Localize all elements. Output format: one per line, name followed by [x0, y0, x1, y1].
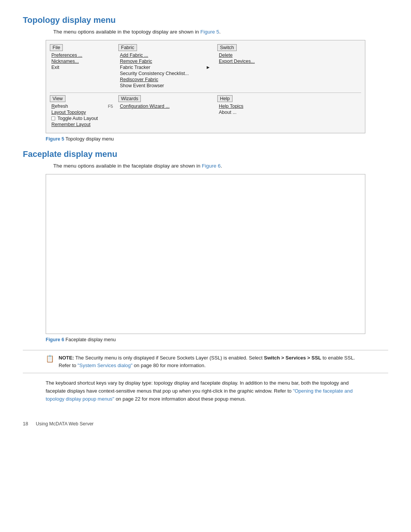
fabric-tracker-label: Fabric Tracker: [120, 65, 150, 70]
faceplate-intro-text: The menu options available in the facepl…: [53, 163, 201, 169]
help-topics[interactable]: Help Topics: [217, 103, 274, 109]
note-link[interactable]: "System Services dialog": [78, 363, 132, 368]
topology-figure-caption-text: Topology display menu: [65, 136, 114, 142]
menu-top-row: File Preferences ... Nicknames... Exit F…: [50, 44, 361, 89]
topology-intro: The menu options available in the topolo…: [53, 29, 388, 35]
faceplate-figure-caption: Figure 6 Faceplate display menu: [46, 337, 388, 342]
faceplate-diagram-box: [46, 174, 365, 334]
file-exit[interactable]: Exit: [50, 64, 115, 70]
topology-section-heading: Topology display menu: [23, 15, 388, 25]
fabric-tracker[interactable]: Fabric Tracker ►: [118, 64, 213, 70]
view-layout-topology[interactable]: Layout Topology: [50, 109, 115, 115]
wizards-menu-header: Wizards: [118, 95, 141, 102]
fabric-add[interactable]: Add Fabric ...: [118, 52, 213, 58]
wizards-config[interactable]: Configuration Wizard ...: [118, 103, 213, 109]
note-text3: on page 80 for more information.: [134, 363, 206, 368]
topology-menu-diagram: File Preferences ... Nicknames... Exit F…: [46, 40, 365, 133]
footer-text: Using McDATA Web Server: [36, 421, 94, 427]
note-text1: The Security menu is only displayed if S…: [75, 355, 264, 361]
file-menu-header: File: [50, 44, 63, 51]
view-remember-layout[interactable]: Remember Layout: [50, 121, 115, 128]
page-number: 18: [23, 421, 28, 427]
body-text2: on page 22 for more information about th…: [116, 396, 246, 402]
view-refresh-label: Refresh: [51, 104, 68, 109]
faceplate-intro: The menu options available in the facepl…: [53, 163, 388, 169]
fabric-show-event[interactable]: Show Event Browser: [118, 83, 213, 89]
fabric-menu-header: Fabric: [118, 44, 137, 51]
switch-delete[interactable]: Delete: [217, 52, 274, 58]
menu-divider: [50, 93, 361, 93]
wizards-menu-col: Wizards Configuration Wizard ...: [118, 95, 217, 128]
faceplate-intro-end: .: [221, 163, 222, 169]
note-text: NOTE: The Security menu is only displaye…: [59, 354, 365, 369]
view-menu-header: View: [50, 95, 65, 102]
fabric-rediscover[interactable]: Rediscover Fabric: [118, 77, 213, 83]
fabric-security[interactable]: Security Consistency Checklist...: [118, 70, 213, 77]
file-nicknames[interactable]: Nicknames...: [50, 58, 115, 64]
faceplate-figure-caption-text: Faceplate display menu: [65, 337, 116, 342]
menu-bottom-row: View Refresh F5 Layout Topology Toggle A…: [50, 95, 361, 128]
note-label: NOTE:: [59, 355, 74, 361]
file-preferences[interactable]: Preferences ...: [50, 52, 115, 58]
page-footer: 18 Using McDATA Web Server: [23, 418, 388, 427]
topology-figure-label: Figure 5: [46, 136, 64, 142]
help-about[interactable]: About ...: [217, 109, 274, 115]
toggle-auto-checkbox: [51, 117, 55, 120]
topology-intro-end: .: [219, 29, 221, 35]
note-text-bold: Switch > Services > SSL: [264, 355, 321, 361]
toggle-auto-label: Toggle Auto Layout: [57, 116, 98, 121]
faceplate-section-heading: Faceplate display menu: [23, 149, 388, 159]
switch-export[interactable]: Export Devices...: [217, 58, 274, 64]
topology-figure-ref-link[interactable]: Figure 5: [201, 29, 220, 35]
view-toggle-auto[interactable]: Toggle Auto Layout: [50, 115, 115, 121]
body-paragraph: The keyboard shortcut keys vary by displ…: [46, 379, 365, 403]
fabric-tracker-arrow: ►: [206, 65, 210, 70]
topology-intro-text: The menu options available in the topolo…: [53, 29, 199, 35]
view-refresh-shortcut: F5: [108, 104, 113, 109]
note-icon: 📋: [46, 355, 54, 363]
topology-figure-caption: Figure 5 Topology display menu: [46, 136, 388, 142]
help-menu-col: Help Help Topics About ...: [217, 95, 278, 128]
fabric-remove[interactable]: Remove Fabric: [118, 58, 213, 64]
fabric-menu-col: Fabric Add Fabric ... Remove Fabric Fabr…: [118, 44, 217, 89]
switch-menu-header: Switch: [217, 44, 237, 51]
faceplate-figure-ref-link[interactable]: Figure 6: [202, 163, 221, 169]
switch-menu-col: Switch Delete Export Devices...: [217, 44, 278, 89]
view-menu-col: View Refresh F5 Layout Topology Toggle A…: [50, 95, 118, 128]
note-box: 📋 NOTE: The Security menu is only displa…: [23, 350, 388, 373]
help-menu-header: Help: [217, 95, 233, 102]
faceplate-figure-label: Figure 6: [46, 337, 64, 342]
file-menu-col: File Preferences ... Nicknames... Exit: [50, 44, 118, 89]
view-refresh[interactable]: Refresh F5: [50, 103, 115, 109]
